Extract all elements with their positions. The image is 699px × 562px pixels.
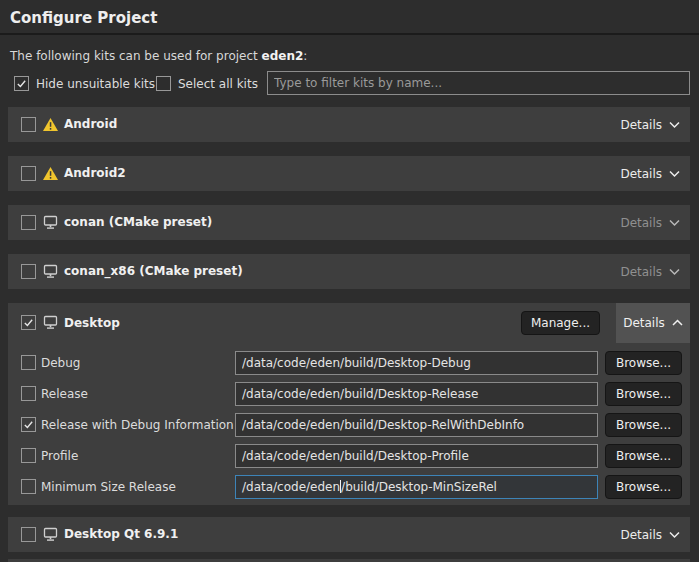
chevron-down-icon xyxy=(669,170,680,178)
kit-row-conan-x86: conan_x86 (CMake preset) Details xyxy=(8,254,690,289)
browse-button[interactable]: Browse... xyxy=(605,351,682,375)
kit-checkbox[interactable] xyxy=(21,527,36,542)
details-label: Details xyxy=(620,528,662,542)
details-toggle[interactable]: Details xyxy=(616,303,690,343)
build-config-row-minsizerel: Minimum Size Release /data/code/eden/bui… xyxy=(8,475,690,499)
kit-name: Android2 xyxy=(64,156,126,191)
page-title: Configure Project xyxy=(10,9,157,27)
config-label: Profile xyxy=(41,444,78,468)
build-dir-input[interactable] xyxy=(235,382,598,406)
details-label: Details xyxy=(620,216,662,230)
warning-icon xyxy=(42,117,59,132)
kit-header[interactable]: conan_x86 (CMake preset) Details xyxy=(8,254,690,289)
kit-header[interactable]: conan (CMake preset) Details xyxy=(8,205,690,240)
select-all-kits-checkbox[interactable] xyxy=(156,76,171,91)
build-dir-input[interactable] xyxy=(235,351,598,375)
project-name: eden2 xyxy=(262,49,304,63)
intro-text: The following kits can be used for proje… xyxy=(10,49,307,63)
details-label: Details xyxy=(623,316,665,330)
kit-header[interactable]: Android Details xyxy=(8,107,690,142)
build-dir-input-focused[interactable]: /data/code/eden/build/Desktop-MinSizeRel xyxy=(235,475,598,499)
config-checkbox[interactable] xyxy=(21,479,36,494)
build-config-row-relwithdebinfo: Release with Debug Information Browse... xyxy=(8,413,690,437)
build-dir-input[interactable] xyxy=(235,413,598,437)
build-config-row-debug: Debug Browse... xyxy=(8,351,690,375)
browse-button[interactable]: Browse... xyxy=(605,444,682,468)
browse-button[interactable]: Browse... xyxy=(605,475,682,499)
chevron-down-icon xyxy=(669,268,680,276)
kit-row-android: Android Details xyxy=(8,107,690,142)
details-toggle[interactable]: Details xyxy=(620,156,680,191)
chevron-down-icon xyxy=(669,531,680,539)
chevron-down-icon xyxy=(669,219,680,227)
title-separator xyxy=(0,33,699,35)
desktop-icon xyxy=(42,527,59,542)
kit-header[interactable]: Android2 Details xyxy=(8,156,690,191)
details-label: Details xyxy=(620,167,662,181)
build-dir-input[interactable] xyxy=(235,444,598,468)
checkmark-icon xyxy=(16,78,27,89)
config-label: Release with Debug Information xyxy=(41,413,234,437)
details-label: Details xyxy=(620,118,662,132)
chevron-up-icon xyxy=(672,319,683,327)
hide-unsuitable-kits-label: Hide unsuitable kits xyxy=(36,77,155,91)
kit-name: conan_x86 (CMake preset) xyxy=(64,254,243,289)
kit-checkbox[interactable] xyxy=(21,215,36,230)
kit-checkbox[interactable] xyxy=(21,166,36,181)
kit-name: Desktop Qt 6.9.1 xyxy=(64,517,178,552)
config-label: Debug xyxy=(41,351,80,375)
config-checkbox[interactable] xyxy=(21,417,36,432)
details-toggle[interactable]: Details xyxy=(620,107,680,142)
config-checkbox[interactable] xyxy=(21,448,36,463)
kit-name: Desktop xyxy=(64,303,120,343)
details-label: Details xyxy=(620,265,662,279)
config-label: Release xyxy=(41,382,88,406)
kit-checkbox[interactable] xyxy=(21,264,36,279)
details-toggle[interactable]: Details xyxy=(620,254,680,289)
config-label: Minimum Size Release xyxy=(41,475,176,499)
kit-header[interactable]: Desktop Manage... Details xyxy=(8,303,690,343)
desktop-icon xyxy=(42,315,59,330)
build-config-row-profile: Profile Browse... xyxy=(8,444,690,468)
kit-row-desktop-qt: Desktop Qt 6.9.1 Details xyxy=(8,517,690,552)
desktop-icon xyxy=(42,215,59,230)
select-all-kits-label: Select all kits xyxy=(178,77,258,91)
browse-button[interactable]: Browse... xyxy=(605,413,682,437)
kit-filter-input[interactable] xyxy=(267,71,690,95)
checkmark-icon xyxy=(23,419,34,430)
kit-name: Android xyxy=(64,107,117,142)
details-toggle[interactable]: Details xyxy=(620,517,680,552)
details-toggle[interactable]: Details xyxy=(620,205,680,240)
kit-row-conan: conan (CMake preset) Details xyxy=(8,205,690,240)
browse-button[interactable]: Browse... xyxy=(605,382,682,406)
config-checkbox[interactable] xyxy=(21,386,36,401)
warning-icon xyxy=(42,166,59,181)
kit-header[interactable]: Desktop Qt 6.9.1 Details xyxy=(8,517,690,552)
desktop-icon xyxy=(42,264,59,279)
config-checkbox[interactable] xyxy=(21,355,36,370)
kit-name: conan (CMake preset) xyxy=(64,205,212,240)
build-config-row-release: Release Browse... xyxy=(8,382,690,406)
kit-checkbox[interactable] xyxy=(21,315,36,330)
chevron-down-icon xyxy=(669,121,680,129)
kit-row-desktop: Desktop Manage... Details Debug Browse..… xyxy=(8,303,690,505)
checkmark-icon xyxy=(23,317,34,328)
kit-checkbox[interactable] xyxy=(21,117,36,132)
manage-button[interactable]: Manage... xyxy=(521,311,600,335)
hide-unsuitable-kits-checkbox[interactable] xyxy=(14,76,29,91)
kit-row-android2: Android2 Details xyxy=(8,156,690,191)
